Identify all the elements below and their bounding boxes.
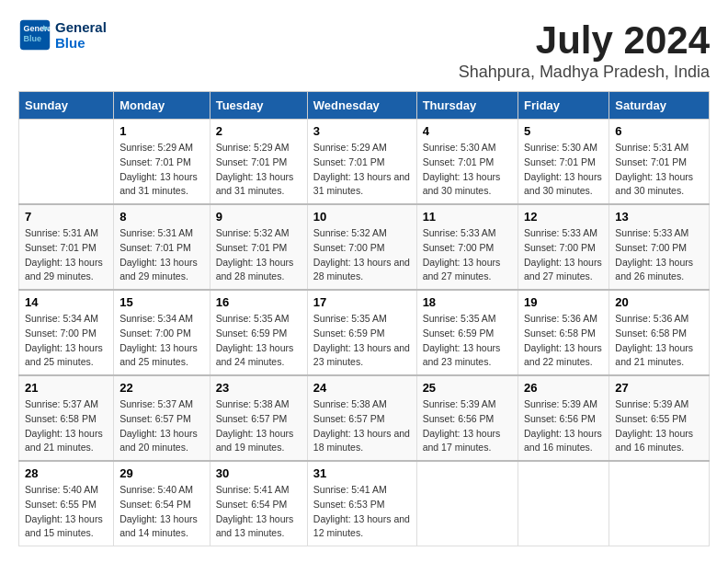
day-number: 28 [25, 466, 108, 480]
day-number: 26 [524, 381, 603, 395]
calendar-cell: 12Sunrise: 5:33 AMSunset: 7:00 PMDayligh… [518, 204, 609, 290]
calendar-week-row: 21Sunrise: 5:37 AMSunset: 6:58 PMDayligh… [19, 375, 710, 461]
page-header: General Blue General Blue July 2024 Shah… [18, 18, 710, 82]
calendar-cell: 24Sunrise: 5:38 AMSunset: 6:57 PMDayligh… [307, 375, 416, 461]
logo-icon: General Blue [18, 18, 51, 52]
calendar-cell: 25Sunrise: 5:39 AMSunset: 6:56 PMDayligh… [416, 375, 518, 461]
day-number: 7 [25, 210, 108, 224]
day-info: Sunrise: 5:38 AMSunset: 6:57 PMDaylight:… [313, 397, 411, 455]
day-info: Sunrise: 5:30 AMSunset: 7:01 PMDaylight:… [423, 141, 512, 199]
day-info: Sunrise: 5:39 AMSunset: 6:56 PMDaylight:… [423, 397, 512, 455]
header-thursday: Thursday [416, 92, 518, 120]
calendar-cell: 17Sunrise: 5:35 AMSunset: 6:59 PMDayligh… [307, 290, 416, 375]
day-number: 13 [615, 210, 703, 224]
day-info: Sunrise: 5:36 AMSunset: 6:58 PMDaylight:… [615, 312, 703, 370]
calendar-cell: 30Sunrise: 5:41 AMSunset: 6:54 PMDayligh… [210, 461, 307, 546]
day-number: 3 [313, 124, 411, 138]
header-saturday: Saturday [609, 92, 710, 120]
day-number: 4 [423, 124, 512, 138]
calendar-cell: 10Sunrise: 5:32 AMSunset: 7:00 PMDayligh… [307, 204, 416, 290]
calendar-cell: 31Sunrise: 5:41 AMSunset: 6:53 PMDayligh… [307, 461, 416, 546]
day-number: 14 [25, 295, 108, 309]
calendar-cell: 16Sunrise: 5:35 AMSunset: 6:59 PMDayligh… [210, 290, 307, 375]
calendar-cell: 2Sunrise: 5:29 AMSunset: 7:01 PMDaylight… [210, 120, 307, 205]
logo: General Blue General Blue [18, 18, 107, 52]
calendar-cell [609, 461, 710, 546]
day-info: Sunrise: 5:34 AMSunset: 7:00 PMDaylight:… [119, 312, 204, 370]
header-friday: Friday [518, 92, 609, 120]
calendar-cell: 4Sunrise: 5:30 AMSunset: 7:01 PMDaylight… [416, 120, 518, 205]
calendar-cell: 20Sunrise: 5:36 AMSunset: 6:58 PMDayligh… [609, 290, 710, 375]
day-number: 19 [524, 295, 603, 309]
day-info: Sunrise: 5:29 AMSunset: 7:01 PMDaylight:… [216, 141, 301, 199]
calendar-cell: 7Sunrise: 5:31 AMSunset: 7:01 PMDaylight… [19, 204, 114, 290]
day-number: 21 [25, 381, 108, 395]
day-number: 22 [119, 381, 204, 395]
main-title: July 2024 [459, 18, 710, 63]
day-info: Sunrise: 5:39 AMSunset: 6:56 PMDaylight:… [524, 397, 603, 455]
day-number: 18 [423, 295, 512, 309]
calendar-cell: 3Sunrise: 5:29 AMSunset: 7:01 PMDaylight… [307, 120, 416, 205]
header-sunday: Sunday [19, 92, 114, 120]
day-number: 30 [216, 466, 301, 480]
day-info: Sunrise: 5:30 AMSunset: 7:01 PMDaylight:… [524, 141, 603, 199]
calendar-cell [19, 120, 114, 205]
day-info: Sunrise: 5:32 AMSunset: 7:01 PMDaylight:… [216, 226, 301, 284]
day-number: 16 [216, 295, 301, 309]
calendar-cell: 13Sunrise: 5:33 AMSunset: 7:00 PMDayligh… [609, 204, 710, 290]
day-info: Sunrise: 5:37 AMSunset: 6:57 PMDaylight:… [119, 397, 204, 455]
day-info: Sunrise: 5:32 AMSunset: 7:00 PMDaylight:… [313, 226, 411, 284]
day-info: Sunrise: 5:35 AMSunset: 6:59 PMDaylight:… [423, 312, 512, 370]
calendar-week-row: 7Sunrise: 5:31 AMSunset: 7:01 PMDaylight… [19, 204, 710, 290]
day-info: Sunrise: 5:33 AMSunset: 7:00 PMDaylight:… [423, 226, 512, 284]
header-monday: Monday [114, 92, 210, 120]
logo-text-line1: General [55, 19, 107, 35]
day-info: Sunrise: 5:29 AMSunset: 7:01 PMDaylight:… [119, 141, 204, 199]
calendar-cell: 19Sunrise: 5:36 AMSunset: 6:58 PMDayligh… [518, 290, 609, 375]
day-info: Sunrise: 5:40 AMSunset: 6:55 PMDaylight:… [25, 483, 108, 541]
day-info: Sunrise: 5:31 AMSunset: 7:01 PMDaylight:… [25, 226, 108, 284]
calendar-cell: 21Sunrise: 5:37 AMSunset: 6:58 PMDayligh… [19, 375, 114, 461]
logo-text-line2: Blue [55, 35, 107, 51]
calendar-week-row: 1Sunrise: 5:29 AMSunset: 7:01 PMDaylight… [19, 120, 710, 205]
day-number: 8 [119, 210, 204, 224]
calendar-cell [518, 461, 609, 546]
day-number: 29 [119, 466, 204, 480]
calendar-header-row: SundayMondayTuesdayWednesdayThursdayFrid… [19, 92, 710, 120]
day-info: Sunrise: 5:39 AMSunset: 6:55 PMDaylight:… [615, 397, 703, 455]
subtitle: Shahpura, Madhya Pradesh, India [459, 63, 710, 82]
day-number: 12 [524, 210, 603, 224]
day-info: Sunrise: 5:38 AMSunset: 6:57 PMDaylight:… [216, 397, 301, 455]
calendar-cell: 1Sunrise: 5:29 AMSunset: 7:01 PMDaylight… [114, 120, 210, 205]
day-number: 15 [119, 295, 204, 309]
day-info: Sunrise: 5:41 AMSunset: 6:54 PMDaylight:… [216, 483, 301, 541]
day-number: 5 [524, 124, 603, 138]
day-number: 9 [216, 210, 301, 224]
day-number: 11 [423, 210, 512, 224]
day-info: Sunrise: 5:40 AMSunset: 6:54 PMDaylight:… [119, 483, 204, 541]
day-number: 27 [615, 381, 703, 395]
day-info: Sunrise: 5:36 AMSunset: 6:58 PMDaylight:… [524, 312, 603, 370]
day-info: Sunrise: 5:29 AMSunset: 7:01 PMDaylight:… [313, 141, 411, 199]
day-info: Sunrise: 5:31 AMSunset: 7:01 PMDaylight:… [119, 226, 204, 284]
calendar-cell: 27Sunrise: 5:39 AMSunset: 6:55 PMDayligh… [609, 375, 710, 461]
calendar-cell [416, 461, 518, 546]
day-info: Sunrise: 5:41 AMSunset: 6:53 PMDaylight:… [313, 483, 411, 541]
svg-text:Blue: Blue [23, 34, 41, 43]
day-info: Sunrise: 5:35 AMSunset: 6:59 PMDaylight:… [216, 312, 301, 370]
day-number: 6 [615, 124, 703, 138]
day-number: 20 [615, 295, 703, 309]
calendar-cell: 11Sunrise: 5:33 AMSunset: 7:00 PMDayligh… [416, 204, 518, 290]
day-info: Sunrise: 5:34 AMSunset: 7:00 PMDaylight:… [25, 312, 108, 370]
day-number: 2 [216, 124, 301, 138]
calendar-table: SundayMondayTuesdayWednesdayThursdayFrid… [18, 91, 710, 546]
day-info: Sunrise: 5:31 AMSunset: 7:01 PMDaylight:… [615, 141, 703, 199]
calendar-cell: 29Sunrise: 5:40 AMSunset: 6:54 PMDayligh… [114, 461, 210, 546]
title-block: July 2024 Shahpura, Madhya Pradesh, Indi… [459, 18, 710, 82]
calendar-week-row: 14Sunrise: 5:34 AMSunset: 7:00 PMDayligh… [19, 290, 710, 375]
calendar-cell: 9Sunrise: 5:32 AMSunset: 7:01 PMDaylight… [210, 204, 307, 290]
calendar-cell: 23Sunrise: 5:38 AMSunset: 6:57 PMDayligh… [210, 375, 307, 461]
day-info: Sunrise: 5:35 AMSunset: 6:59 PMDaylight:… [313, 312, 411, 370]
calendar-cell: 28Sunrise: 5:40 AMSunset: 6:55 PMDayligh… [19, 461, 114, 546]
day-number: 23 [216, 381, 301, 395]
